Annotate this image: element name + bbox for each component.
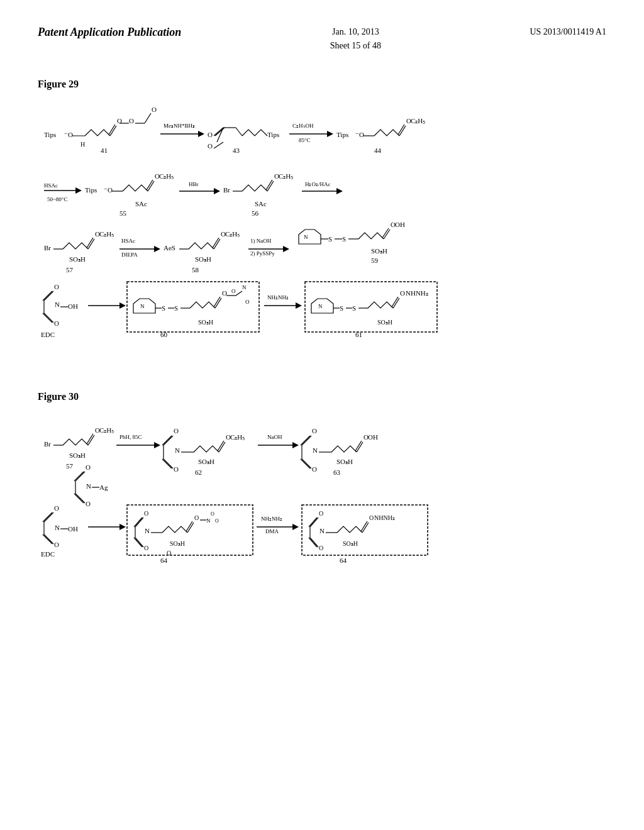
svg-text:60: 60	[160, 331, 168, 338]
svg-line-22	[217, 128, 223, 142]
svg-text:62: 62	[195, 468, 202, 476]
svg-text:O: O	[194, 514, 199, 521]
svg-text:OH: OH	[395, 221, 405, 228]
svg-line-195	[301, 459, 310, 468]
svg-text:O: O	[54, 319, 59, 327]
svg-line-223	[135, 538, 143, 547]
svg-text:S: S	[174, 304, 178, 312]
svg-text:SO₃H: SO₃H	[69, 255, 86, 263]
svg-text:O: O	[245, 299, 250, 305]
svg-text:O: O	[54, 541, 59, 548]
svg-line-175	[164, 459, 173, 468]
svg-text:⁻O: ⁻O	[104, 186, 113, 194]
svg-text:SO₃H: SO₃H	[377, 319, 392, 326]
svg-marker-137	[311, 299, 333, 313]
svg-text:C₂H₅: C₂H₅	[225, 230, 240, 238]
svg-text:AeS: AeS	[164, 244, 175, 252]
svg-line-194	[302, 459, 311, 468]
svg-text:SO₃H: SO₃H	[69, 451, 86, 459]
svg-line-191	[302, 436, 311, 445]
figure-29-diagram: Tips ⁻O H O O O 41	[38, 99, 606, 372]
svg-line-10	[145, 113, 151, 123]
svg-text:SO₃H: SO₃H	[343, 540, 358, 547]
svg-line-128	[236, 291, 242, 296]
svg-marker-116	[133, 299, 155, 313]
svg-line-24	[214, 142, 223, 148]
svg-text:C₂H₅: C₂H₅	[99, 230, 114, 238]
svg-text:O: O	[312, 427, 317, 434]
svg-text:41: 41	[101, 147, 108, 154]
svg-text:Me₃NH*BH₃: Me₃NH*BH₃	[164, 123, 195, 129]
svg-line-209	[44, 534, 53, 544]
svg-text:O: O	[129, 117, 134, 124]
svg-text:N: N	[175, 446, 180, 454]
svg-text:SAc: SAc	[255, 200, 267, 208]
svg-text:S: S	[340, 304, 343, 312]
svg-text:O: O	[86, 463, 91, 471]
svg-text:O: O	[208, 131, 213, 138]
svg-text:O: O	[144, 510, 148, 517]
svg-text:⁻O: ⁻O	[355, 131, 364, 138]
svg-text:1) NaOH: 1) NaOH	[250, 238, 272, 244]
svg-text:C₂H₅: C₂H₅	[159, 172, 174, 180]
svg-text:N: N	[140, 303, 145, 309]
svg-text:SO₃H: SO₃H	[198, 458, 214, 465]
svg-line-220	[135, 517, 143, 527]
svg-text:N: N	[55, 524, 60, 531]
svg-line-173	[162, 436, 172, 445]
svg-text:SAc: SAc	[135, 200, 147, 208]
svg-text:HSAc: HSAc	[121, 238, 135, 244]
svg-text:O: O	[222, 289, 227, 297]
svg-line-162	[75, 494, 85, 503]
svg-text:50~80°C: 50~80°C	[47, 196, 67, 202]
svg-text:C₂H₅: C₂H₅	[99, 426, 114, 434]
svg-text:C₂H₅: C₂H₅	[411, 117, 425, 124]
svg-marker-14	[198, 131, 204, 137]
svg-line-106	[44, 313, 53, 323]
svg-rect-115	[127, 282, 259, 332]
svg-marker-188	[292, 442, 299, 448]
svg-text:64: 64	[160, 556, 168, 564]
svg-text:43: 43	[233, 147, 240, 154]
svg-text:DIEPA: DIEPA	[121, 252, 138, 258]
svg-text:Br: Br	[223, 186, 230, 194]
svg-text:N: N	[55, 301, 60, 308]
svg-marker-217	[119, 524, 126, 530]
svg-line-207	[43, 512, 52, 522]
figure-30-svg: Br O C₂H₅ SO₃H 57 O O N	[38, 412, 604, 588]
svg-marker-27	[327, 131, 333, 137]
svg-text:O: O	[144, 545, 148, 551]
svg-line-244	[310, 517, 318, 527]
svg-line-224	[134, 538, 142, 547]
svg-line-206	[44, 512, 53, 522]
svg-marker-86	[283, 246, 289, 252]
svg-text:O: O	[54, 283, 59, 290]
svg-text:SO₃H: SO₃H	[198, 319, 213, 326]
svg-text:C₂H₅: C₂H₅	[279, 172, 293, 180]
svg-text:57: 57	[66, 266, 74, 274]
svg-text:64: 64	[340, 556, 347, 564]
svg-text:S: S	[162, 304, 165, 312]
svg-marker-239	[292, 524, 299, 530]
svg-text:C₂H₅: C₂H₅	[230, 433, 245, 441]
svg-text:O: O	[215, 518, 219, 524]
svg-text:Br: Br	[44, 244, 51, 252]
page-header: Patent Application Publication Jan. 10, …	[38, 25, 606, 53]
svg-text:59: 59	[371, 257, 379, 264]
svg-text:OH: OH	[68, 525, 78, 533]
svg-text:O: O	[231, 288, 236, 294]
svg-text:Tips: Tips	[44, 131, 56, 138]
svg-text:NHNH₂: NHNH₂	[374, 514, 395, 521]
svg-text:O: O	[312, 465, 317, 473]
page-container: Patent Application Publication Jan. 10, …	[0, 0, 644, 830]
svg-line-210	[43, 534, 52, 544]
svg-text:SO₃H: SO₃H	[336, 458, 353, 465]
svg-text:EDC: EDC	[41, 550, 55, 558]
svg-line-221	[134, 517, 142, 527]
svg-text:O: O	[174, 427, 179, 434]
figure-30-section: Figure 30 Br O C₂H₅ SO₃H 57	[38, 391, 606, 590]
svg-line-163	[74, 494, 84, 503]
svg-text:Tips: Tips	[336, 131, 348, 138]
svg-marker-169	[154, 442, 160, 448]
figure-30-diagram: Br O C₂H₅ SO₃H 57 O O N	[38, 412, 606, 590]
